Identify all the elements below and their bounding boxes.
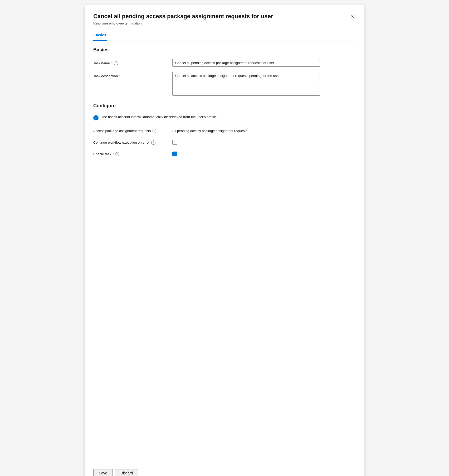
- configure-heading: Configure: [93, 103, 356, 109]
- configure-section: Configure i The user's account info will…: [93, 103, 356, 156]
- access-package-info-icon[interactable]: i: [152, 129, 156, 133]
- task-name-info-icon[interactable]: i: [114, 61, 118, 65]
- continue-workflow-checkbox-wrapper: [172, 138, 177, 145]
- task-description-required: *: [119, 74, 120, 78]
- access-package-row: Access package assignment requests i All…: [93, 127, 356, 133]
- dialog-subtitle: Real-time employee termination: [93, 21, 356, 25]
- enable-task-row: Enable task * i ✓: [93, 150, 356, 156]
- basics-heading: Basics: [93, 47, 356, 53]
- access-package-label: Access package assignment requests i: [93, 127, 172, 133]
- discard-button[interactable]: Discard: [115, 469, 138, 476]
- continue-workflow-label: Continue workflow execution on error i: [93, 138, 172, 145]
- dialog-footer: Save Discard: [85, 465, 364, 476]
- info-banner: i The user's account info will automatic…: [93, 115, 356, 120]
- tab-basics[interactable]: Basics: [93, 30, 107, 41]
- enable-task-checkbox-wrapper: ✓: [172, 150, 177, 156]
- enable-task-label: Enable task * i: [93, 150, 172, 156]
- dialog-title: Cancel all pending access package assign…: [93, 13, 356, 20]
- checkmark-icon: ✓: [173, 152, 176, 156]
- task-name-label: Task name * i: [93, 59, 172, 65]
- enable-task-info-icon[interactable]: i: [115, 152, 119, 156]
- enable-task-checkbox[interactable]: ✓: [172, 152, 177, 156]
- task-name-row: Task name * i: [93, 59, 356, 67]
- access-package-value: All pending access package assignment re…: [172, 127, 247, 133]
- tab-bar: Basics: [93, 30, 356, 41]
- task-name-required: *: [111, 61, 113, 65]
- continue-workflow-row: Continue workflow execution on error i: [93, 138, 356, 145]
- dialog-header: Cancel all pending access package assign…: [85, 5, 364, 30]
- dialog: Cancel all pending access package assign…: [85, 5, 364, 476]
- continue-workflow-info-icon[interactable]: i: [151, 140, 155, 145]
- close-button[interactable]: ✕: [348, 13, 357, 21]
- close-icon: ✕: [351, 14, 355, 20]
- task-name-input[interactable]: [172, 59, 320, 67]
- basics-section: Basics Task name * i Task description * …: [93, 47, 356, 96]
- continue-workflow-checkbox[interactable]: [172, 140, 177, 145]
- enable-task-required: *: [113, 152, 114, 156]
- save-button[interactable]: Save: [93, 469, 113, 476]
- info-banner-text: The user's account info will automatical…: [101, 115, 217, 119]
- task-description-label: Task description *: [93, 72, 172, 78]
- task-description-input[interactable]: Cancel all access package assignment req…: [172, 72, 320, 96]
- dialog-content: Basics Basics Task name * i Task descrip…: [85, 30, 364, 465]
- info-banner-icon: i: [93, 115, 99, 120]
- task-description-row: Task description * Cancel all access pac…: [93, 72, 356, 96]
